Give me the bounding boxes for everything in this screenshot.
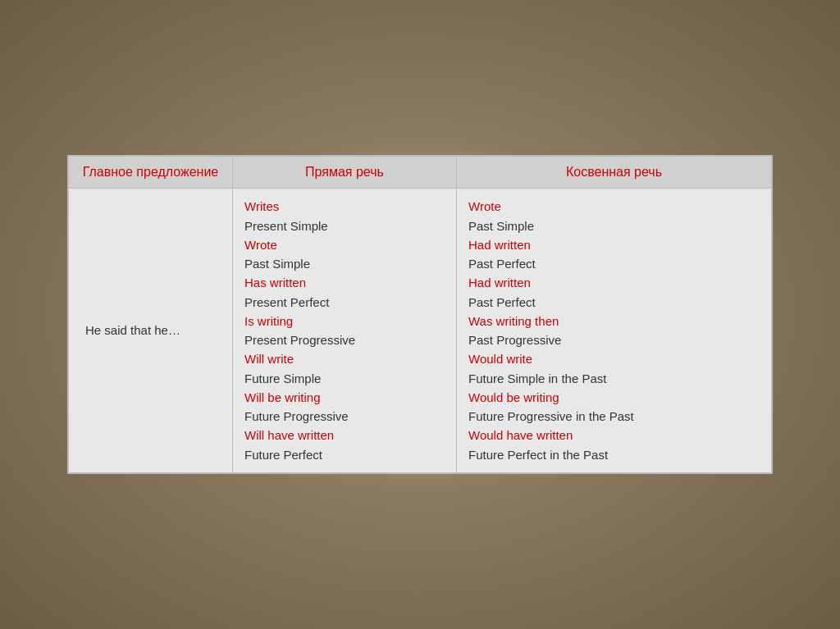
- direct-speech-line-3: Past Simple: [244, 254, 445, 273]
- indirect-speech-line-13: Future Perfect in the Past: [468, 445, 760, 464]
- indirect-speech-line-0: Wrote: [468, 197, 760, 216]
- header-col2: Прямая речь: [233, 157, 457, 189]
- direct-speech-line-13: Future Perfect: [244, 445, 445, 464]
- main-cell: He said that he…: [69, 189, 233, 473]
- indirect-speech-cell: WrotePast SimpleHad writtenPast PerfectH…: [457, 189, 772, 473]
- direct-speech-line-11: Future Progressive: [244, 407, 445, 426]
- indirect-speech-line-1: Past Simple: [468, 217, 760, 235]
- header-col3: Косвенная речь: [457, 157, 772, 189]
- direct-speech-line-7: Present Progressive: [244, 330, 445, 349]
- direct-speech-line-8: Will write: [244, 349, 445, 368]
- indirect-speech-line-4: Had written: [468, 273, 760, 292]
- direct-speech-line-2: Wrote: [244, 235, 445, 254]
- indirect-speech-line-10: Would be writing: [468, 388, 760, 407]
- indirect-speech-line-9: Future Simple in the Past: [468, 369, 760, 388]
- direct-speech-line-4: Has written: [244, 273, 445, 292]
- indirect-speech-line-12: Would have written: [468, 426, 760, 444]
- direct-speech-line-9: Future Simple: [244, 369, 445, 388]
- indirect-speech-line-8: Would write: [468, 349, 760, 368]
- direct-speech-line-12: Will have written: [244, 426, 445, 444]
- indirect-speech-line-5: Past Perfect: [468, 293, 760, 312]
- direct-speech-line-5: Present Perfect: [244, 293, 445, 312]
- direct-speech-cell: WritesPresent SimpleWrotePast SimpleHas …: [233, 189, 457, 473]
- direct-speech-line-1: Present Simple: [244, 217, 445, 235]
- main-container: Главное предложение Прямая речь Косвенна…: [67, 155, 773, 474]
- header-row: Главное предложение Прямая речь Косвенна…: [69, 157, 772, 189]
- grammar-table: Главное предложение Прямая речь Косвенна…: [68, 156, 772, 473]
- indirect-speech-line-3: Past Perfect: [468, 254, 760, 273]
- indirect-speech-line-6: Was writing then: [468, 312, 760, 330]
- header-col1: Главное предложение: [69, 157, 233, 189]
- indirect-speech-line-11: Future Progressive in the Past: [468, 407, 760, 426]
- direct-speech-line-6: Is writing: [244, 312, 445, 330]
- content-row: He said that he… WritesPresent SimpleWro…: [69, 189, 772, 473]
- direct-speech-line-0: Writes: [244, 197, 445, 216]
- indirect-speech-line-2: Had written: [468, 235, 760, 254]
- direct-speech-line-10: Will be writing: [244, 388, 445, 407]
- indirect-speech-line-7: Past Progressive: [468, 330, 760, 349]
